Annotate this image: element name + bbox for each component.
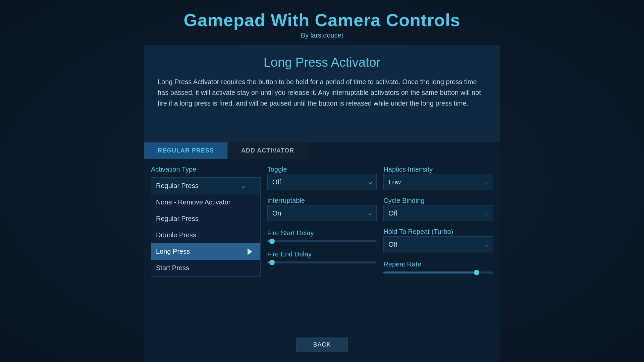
repeat-rate-group: Repeat Rate — [383, 260, 493, 274]
fire-end-delay-slider[interactable] — [267, 261, 377, 263]
fire-start-delay-slider[interactable] — [267, 240, 377, 242]
right-controls-group: Haptics Intensity Off Low Medium High ⌵ … — [383, 166, 493, 274]
haptics-intensity-select[interactable]: Off Low Medium High — [383, 174, 493, 190]
haptics-intensity-group: Haptics Intensity Off Low Medium High ⌵ — [383, 166, 493, 190]
toggle-dropdown-wrapper: Off On ⌵ — [267, 174, 377, 190]
back-button[interactable]: BACK — [296, 338, 348, 352]
tab-regular-press[interactable]: REGULAR PRESS — [144, 142, 227, 159]
activation-type-area: Regular Press ⌵ None - Remove Activator … — [151, 177, 261, 194]
hold-to-repeat-dropdown-wrapper: Off On ⌵ — [383, 236, 493, 252]
cycle-binding-select[interactable]: Off On — [383, 205, 493, 221]
activation-type-group: Activation Type Regular Press ⌵ None - R… — [151, 166, 261, 274]
toggle-group: Toggle Off On ⌵ — [267, 166, 377, 190]
toggle-select[interactable]: Off On — [267, 174, 377, 190]
main-panel: Long Press Activator Long Press Activato… — [144, 45, 500, 142]
dropdown-option-start-press[interactable]: Start Press — [151, 260, 260, 276]
activation-type-dropdown: None - Remove Activator Regular Press Do… — [151, 194, 261, 277]
toggle-label: Toggle — [267, 166, 377, 173]
haptics-intensity-dropdown-wrapper: Off Low Medium High ⌵ — [383, 174, 493, 190]
activation-type-selected[interactable]: Regular Press ⌵ — [151, 177, 261, 194]
dropdown-option-none[interactable]: None - Remove Activator — [151, 194, 260, 210]
cycle-binding-label: Cycle Binding — [383, 197, 493, 204]
cycle-binding-dropdown-wrapper: Off On ⌵ — [383, 205, 493, 221]
hold-to-repeat-label: Hold To Repeat (Turbo) — [383, 228, 493, 236]
interruptable-group: Interruptable Off On ⌵ — [267, 197, 377, 221]
tabs: REGULAR PRESS ADD ACTIVATOR — [144, 142, 500, 159]
haptics-intensity-label: Haptics Intensity — [383, 166, 493, 173]
interruptable-select[interactable]: Off On — [267, 205, 377, 221]
activation-type-value: Regular Press — [156, 182, 199, 190]
fire-end-delay-label: Fire End Delay — [267, 250, 377, 258]
repeat-rate-fill — [383, 272, 477, 274]
dropdown-option-long-press[interactable]: Long Press — [151, 243, 260, 260]
fire-start-delay-thumb — [269, 239, 275, 244]
repeat-rate-thumb — [474, 270, 479, 275]
bottom-section: REGULAR PRESS ADD ACTIVATOR Activation T… — [144, 142, 500, 362]
interruptable-label: Interruptable — [267, 197, 377, 204]
activation-type-label: Activation Type — [151, 166, 261, 173]
fire-end-delay-thumb — [269, 260, 275, 265]
back-button-wrapper: BACK — [296, 338, 348, 352]
header: Gamepad With Camera Controls By lars.dou… — [183, 0, 460, 43]
repeat-rate-label: Repeat Rate — [383, 260, 493, 268]
hold-to-repeat-group: Hold To Repeat (Turbo) Off On ⌵ — [383, 228, 493, 252]
fire-start-delay-group: Fire Start Delay — [267, 229, 377, 242]
page-title: Gamepad With Camera Controls — [183, 10, 460, 30]
dropdown-option-regular-press[interactable]: Regular Press — [151, 210, 260, 227]
repeat-rate-slider[interactable] — [383, 272, 493, 274]
controls-grid: Activation Type Regular Press ⌵ None - R… — [144, 159, 500, 274]
dropdown-option-double-press[interactable]: Double Press — [151, 227, 260, 243]
interruptable-dropdown-wrapper: Off On ⌵ — [267, 205, 377, 221]
hold-to-repeat-select[interactable]: Off On — [383, 236, 493, 252]
page-subtitle: By lars.doucet — [183, 32, 460, 39]
fire-start-delay-label: Fire Start Delay — [267, 229, 377, 237]
fire-end-delay-group: Fire End Delay — [267, 250, 377, 263]
tab-add-activator[interactable]: ADD ACTIVATOR — [227, 142, 308, 159]
panel-description: Long Press Activator requires the button… — [158, 76, 486, 109]
page-wrapper: Gamepad With Camera Controls By lars.dou… — [0, 0, 644, 362]
cycle-binding-group: Cycle Binding Off On ⌵ — [383, 197, 493, 221]
activation-type-chevron: ⌵ — [241, 182, 246, 190]
panel-title: Long Press Activator — [158, 55, 486, 70]
middle-controls-group: Toggle Off On ⌵ Interruptable Off — [267, 166, 377, 274]
